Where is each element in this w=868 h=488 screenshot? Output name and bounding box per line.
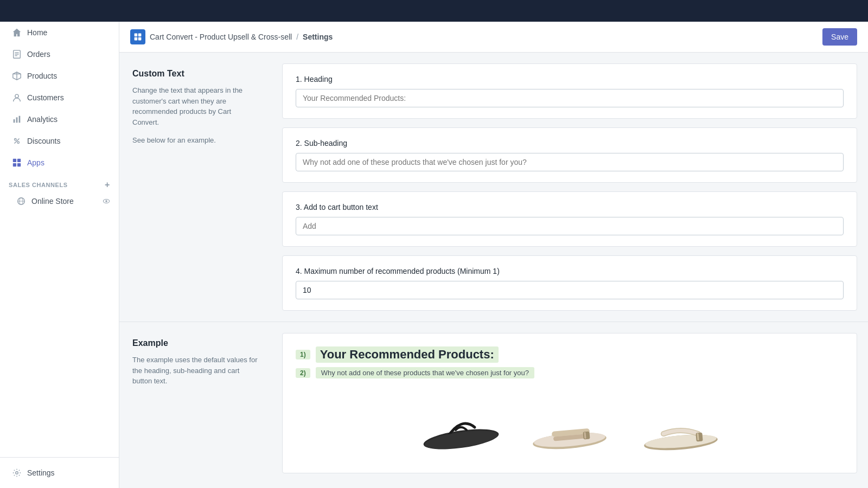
- max-products-input[interactable]: [296, 281, 844, 299]
- products-icon: [12, 71, 22, 81]
- add-sales-channel-icon[interactable]: +: [105, 180, 110, 190]
- add-to-cart-field-card: 3. Add to cart button text: [282, 191, 857, 247]
- home-icon: [12, 28, 22, 37]
- svg-point-22: [105, 200, 107, 202]
- page-header: Cart Convert - Product Upsell & Cross-se…: [119, 22, 868, 53]
- subheading-input[interactable]: [296, 153, 844, 171]
- sidebar-label-customers: Customers: [27, 93, 64, 102]
- sidebar-label-home: Home: [27, 28, 47, 37]
- custom-text-description: Change the text that appears in the cust…: [132, 85, 258, 127]
- sidebar-item-analytics[interactable]: Analytics: [3, 109, 116, 130]
- custom-text-section: Custom Text Change the text that appears…: [119, 53, 868, 322]
- product-image-1: [412, 395, 510, 460]
- product-images: [296, 389, 844, 460]
- sidebar-label-discounts: Discounts: [27, 137, 60, 145]
- sidebar-item-settings[interactable]: Settings: [3, 463, 116, 483]
- heading-field-label: 1. Heading: [296, 75, 844, 84]
- svg-rect-10: [19, 116, 21, 123]
- discounts-icon: [12, 136, 22, 146]
- sidebar-label-settings: Settings: [27, 468, 55, 477]
- svg-rect-34: [583, 432, 590, 440]
- svg-rect-15: [17, 159, 21, 162]
- page-title: Settings: [303, 33, 333, 41]
- eye-icon: [103, 197, 110, 205]
- heading-input[interactable]: [296, 89, 844, 107]
- sales-channels-label: SALES CHANNELS: [9, 182, 68, 188]
- section-description-example: Example The example uses the default val…: [119, 322, 271, 484]
- subheading-preview-text: Why not add one of these products that w…: [316, 367, 534, 378]
- fields-area: 1. Heading 2. Sub-heading 3. Add to cart…: [271, 53, 868, 322]
- analytics-icon: [12, 114, 22, 124]
- example-description: The example uses the default values for …: [132, 355, 258, 387]
- product-image-3: [629, 395, 727, 460]
- top-bar: [0, 0, 868, 22]
- orders-icon: [12, 49, 22, 59]
- svg-rect-17: [17, 163, 21, 166]
- heading-preview-text: Your Recommended Products:: [316, 346, 499, 363]
- svg-rect-8: [14, 119, 15, 123]
- svg-point-12: [17, 142, 20, 144]
- sidebar-label-analytics: Analytics: [27, 115, 58, 124]
- sidebar-item-home[interactable]: Home: [3, 22, 116, 43]
- example-section: Example The example uses the default val…: [119, 322, 868, 484]
- heading-badge: 1): [296, 350, 310, 359]
- sidebar-item-customers[interactable]: Customers: [3, 87, 116, 108]
- example-preview-subheading: 2) Why not add one of these products tha…: [296, 367, 844, 378]
- svg-rect-27: [138, 37, 142, 41]
- breadcrumb: Cart Convert - Product Upsell & Cross-se…: [130, 29, 333, 44]
- sidebar: Home Orders Products: [0, 22, 119, 488]
- product-image-2: [521, 395, 618, 460]
- main-content: Cart Convert - Product Upsell & Cross-se…: [119, 22, 868, 488]
- sidebar-item-discounts[interactable]: Discounts: [3, 131, 116, 151]
- section-description-custom-text: Custom Text Change the text that appears…: [119, 53, 271, 322]
- subheading-badge: 2): [296, 368, 310, 378]
- app-icon: [130, 29, 145, 44]
- add-to-cart-field-label: 3. Add to cart button text: [296, 203, 844, 211]
- settings-icon: [12, 468, 22, 478]
- sidebar-label-apps: Apps: [27, 158, 44, 167]
- sidebar-item-online-store[interactable]: Online Store: [0, 192, 119, 210]
- sidebar-label-orders: Orders: [27, 50, 50, 59]
- example-heading: Example: [132, 338, 258, 348]
- subheading-field-card: 2. Sub-heading: [282, 127, 857, 183]
- add-to-cart-input[interactable]: [296, 217, 844, 235]
- save-button[interactable]: Save: [822, 28, 857, 46]
- custom-text-heading: Custom Text: [132, 69, 258, 79]
- example-preview-card: 1) Your Recommended Products: 2) Why not…: [282, 333, 857, 473]
- svg-rect-26: [135, 37, 138, 41]
- app-name: Cart Convert - Product Upsell & Cross-se…: [150, 33, 292, 41]
- heading-field-card: 1. Heading: [282, 63, 857, 119]
- online-store-icon: [16, 196, 26, 206]
- svg-rect-14: [13, 159, 16, 162]
- svg-rect-24: [135, 34, 138, 37]
- example-preview-area: 1) Your Recommended Products: 2) Why not…: [271, 322, 868, 484]
- sidebar-label-products: Products: [27, 72, 57, 80]
- sidebar-item-apps[interactable]: Apps: [3, 152, 116, 173]
- example-preview-heading: 1) Your Recommended Products:: [296, 346, 844, 363]
- customers-icon: [12, 93, 22, 102]
- svg-line-13: [15, 139, 20, 144]
- sidebar-label-online-store: Online Store: [31, 197, 74, 206]
- svg-rect-25: [138, 34, 142, 37]
- example-link: See below for an example.: [132, 136, 258, 144]
- max-products-field-card: 4. Maximum number of recommended product…: [282, 255, 857, 311]
- apps-icon: [12, 158, 22, 168]
- svg-point-11: [15, 139, 17, 141]
- max-products-field-label: 4. Maximum number of recommended product…: [296, 267, 844, 275]
- sidebar-item-products[interactable]: Products: [3, 66, 116, 86]
- svg-rect-16: [13, 163, 16, 166]
- svg-rect-38: [695, 433, 703, 442]
- svg-rect-9: [16, 117, 18, 123]
- app-layout: Home Orders Products: [0, 22, 868, 488]
- sales-channels-section: SALES CHANNELS +: [0, 174, 119, 192]
- svg-point-23: [16, 472, 18, 474]
- sidebar-bottom: Settings: [0, 457, 119, 488]
- svg-point-7: [15, 94, 18, 98]
- subheading-field-label: 2. Sub-heading: [296, 139, 844, 147]
- breadcrumb-separator: /: [296, 33, 298, 41]
- sidebar-item-orders[interactable]: Orders: [3, 44, 116, 65]
